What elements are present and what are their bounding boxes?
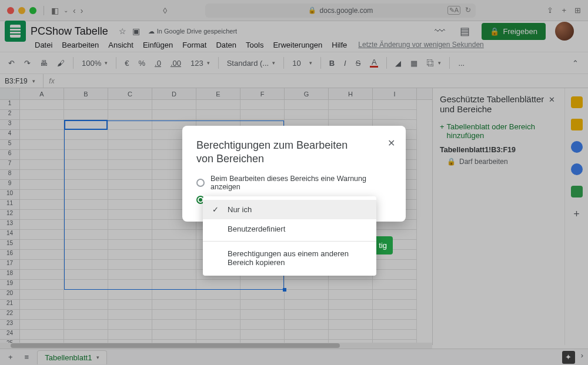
- cell[interactable]: [108, 100, 152, 110]
- reload-icon[interactable]: ↻: [465, 6, 471, 15]
- cell[interactable]: [108, 130, 152, 140]
- row-header[interactable]: 22: [0, 310, 20, 320]
- document-title[interactable]: PCShow Tabelle: [31, 25, 108, 38]
- row-header[interactable]: 9: [0, 180, 20, 190]
- cell[interactable]: [20, 210, 64, 220]
- cell[interactable]: [64, 130, 108, 140]
- cell[interactable]: [152, 320, 196, 330]
- menu-insert[interactable]: Einfügen: [139, 39, 177, 51]
- cell[interactable]: [108, 120, 152, 130]
- row-header[interactable]: 3: [0, 120, 20, 130]
- cell[interactable]: [108, 200, 152, 210]
- more-toolbar-button[interactable]: ...: [455, 56, 468, 70]
- menu-view[interactable]: Ansicht: [104, 39, 138, 51]
- menu-file[interactable]: Datei: [31, 39, 56, 51]
- select-all-corner[interactable]: [0, 88, 20, 99]
- row-header[interactable]: 10: [0, 190, 20, 200]
- cell[interactable]: [373, 260, 417, 270]
- cell[interactable]: [108, 190, 152, 200]
- fill-color-button[interactable]: ◢: [392, 56, 405, 70]
- forward-button[interactable]: ›: [81, 6, 83, 15]
- cell[interactable]: [64, 180, 108, 190]
- cell[interactable]: [108, 320, 152, 330]
- cell[interactable]: [108, 150, 152, 160]
- cell[interactable]: [108, 260, 152, 270]
- cell[interactable]: [108, 230, 152, 240]
- cell[interactable]: [240, 290, 285, 300]
- cell[interactable]: [329, 100, 373, 110]
- cell[interactable]: [108, 220, 152, 230]
- col-header[interactable]: G: [285, 88, 329, 99]
- cell[interactable]: [152, 110, 196, 120]
- cell[interactable]: [20, 250, 64, 260]
- cell[interactable]: [152, 270, 196, 280]
- undo-button[interactable]: ↶: [5, 56, 18, 70]
- increase-decimal-button[interactable]: .00: [167, 56, 185, 70]
- cell[interactable]: [373, 280, 417, 290]
- borders-button[interactable]: ▦: [407, 56, 421, 70]
- cell[interactable]: [329, 310, 373, 320]
- cell[interactable]: [373, 330, 417, 340]
- shield-icon[interactable]: ◊: [163, 6, 167, 15]
- cell[interactable]: [64, 300, 108, 310]
- add-range-button[interactable]: +Tabellenblatt oder Bereich hinzufügen: [433, 119, 564, 143]
- radio-show-warning[interactable]: Beim Bearbeiten dieses Bereichs eine War…: [196, 175, 392, 191]
- cell[interactable]: [64, 320, 108, 330]
- row-header[interactable]: 18: [0, 270, 20, 280]
- cell[interactable]: [373, 300, 417, 310]
- minimize-window-button[interactable]: [18, 7, 25, 14]
- cell[interactable]: [108, 180, 152, 190]
- cell[interactable]: [152, 280, 196, 290]
- cell[interactable]: [373, 110, 417, 120]
- row-header[interactable]: 14: [0, 230, 20, 240]
- row-header[interactable]: 6: [0, 150, 20, 160]
- cell[interactable]: [108, 140, 152, 150]
- cell[interactable]: [196, 110, 240, 120]
- cell[interactable]: [329, 110, 373, 120]
- cell[interactable]: [196, 320, 240, 330]
- cell[interactable]: [64, 330, 108, 340]
- all-sheets-button[interactable]: ≡: [21, 350, 33, 364]
- zoom-dropdown[interactable]: 100%▾: [78, 56, 111, 70]
- cell[interactable]: [108, 110, 152, 120]
- cell[interactable]: [108, 210, 152, 220]
- cell[interactable]: [20, 270, 64, 280]
- cell[interactable]: [20, 120, 64, 130]
- close-panel-button[interactable]: ✕: [546, 94, 557, 114]
- cell[interactable]: [285, 100, 329, 110]
- cell[interactable]: [152, 100, 196, 110]
- cell[interactable]: [108, 300, 152, 310]
- cell[interactable]: [20, 180, 64, 190]
- cell[interactable]: [108, 170, 152, 180]
- cell[interactable]: [152, 330, 196, 340]
- chevron-down-icon[interactable]: ⌄: [64, 7, 68, 14]
- cell[interactable]: [329, 280, 373, 290]
- cell[interactable]: [285, 290, 329, 300]
- cell[interactable]: [64, 140, 108, 150]
- horizontal-scrollbar[interactable]: [0, 343, 432, 349]
- cell[interactable]: [20, 190, 64, 200]
- cell[interactable]: [64, 150, 108, 160]
- cell[interactable]: [20, 240, 64, 250]
- user-avatar[interactable]: [555, 22, 574, 41]
- cell[interactable]: [20, 320, 64, 330]
- maps-icon[interactable]: [571, 186, 583, 197]
- maximize-window-button[interactable]: [29, 7, 36, 14]
- row-header[interactable]: 20: [0, 290, 20, 300]
- italic-button[interactable]: I: [340, 56, 350, 70]
- done-button-partial[interactable]: tig: [375, 236, 393, 255]
- cell[interactable]: [240, 320, 285, 330]
- sheet-tab-active[interactable]: Tabellenblatt1▾: [37, 350, 107, 364]
- cell[interactable]: [240, 310, 285, 320]
- cell[interactable]: [196, 300, 240, 310]
- row-header[interactable]: 17: [0, 260, 20, 270]
- explore-button[interactable]: ✦: [562, 351, 575, 364]
- cell[interactable]: [64, 310, 108, 320]
- row-header[interactable]: 13: [0, 220, 20, 230]
- cell[interactable]: [20, 300, 64, 310]
- cell[interactable]: [64, 210, 108, 220]
- name-box[interactable]: B3:F19▾: [0, 74, 44, 88]
- row-header[interactable]: 2: [0, 110, 20, 120]
- cell[interactable]: [285, 110, 329, 120]
- cell[interactable]: [108, 310, 152, 320]
